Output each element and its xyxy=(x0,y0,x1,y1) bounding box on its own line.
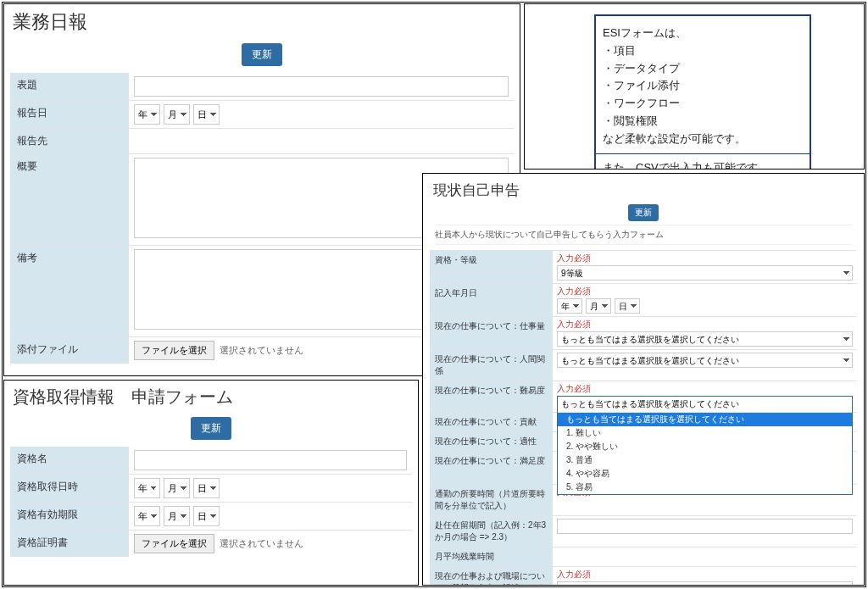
desc-item: ・ワークフロー xyxy=(603,95,803,113)
day-select[interactable]: 日 xyxy=(193,506,220,526)
day-select[interactable]: 日 xyxy=(193,478,220,498)
desc-line1: ESIフォームは、 xyxy=(603,25,803,42)
difficulty-dropdown-open[interactable]: もっとも当てはまる選択肢を選択してください もっとも当てはまる選択肢を選択してく… xyxy=(557,396,853,495)
month-select[interactable]: 月 xyxy=(586,298,611,314)
month-select[interactable]: 月 xyxy=(164,104,190,125)
desc-item: ・データタイプ xyxy=(603,60,803,78)
label-date-obtained: 資格取得日時 xyxy=(10,475,129,503)
dropdown-option[interactable]: 1. 難しい xyxy=(558,426,852,440)
label-work-volume: 現在の仕事について：仕事量 xyxy=(430,317,553,350)
file-choose-button[interactable]: ファイルを選択 xyxy=(134,341,214,360)
work-volume-select[interactable]: もっとも当てはまる選択肢を選択してください xyxy=(557,331,853,347)
label-aptitude: 現在の仕事について：適性 xyxy=(430,432,553,452)
label-overtime: 月平均残業時間 xyxy=(430,547,553,567)
description-box: ESIフォームは、 ・項目 ・データタイプ ・ファイル添付 ・ワークフロー ・閲… xyxy=(594,14,811,169)
month-select[interactable]: 月 xyxy=(164,506,190,526)
year-select[interactable]: 年 xyxy=(134,506,160,526)
residency-input[interactable] xyxy=(557,519,853,534)
label-commute: 通勤の所要時間（片道所要時間を分単位で記入） xyxy=(430,485,553,516)
file-choose-button[interactable]: ファイルを選択 xyxy=(134,534,214,553)
dropdown-option[interactable]: もっとも当てはまる選択肢を選択してください xyxy=(558,413,852,426)
required-label: 入力必須 xyxy=(557,570,853,581)
self-report-panel: 現状自己申告 更新 社員本人から現状について自己申告してもらう入力フォーム 資格… xyxy=(422,173,865,586)
update-button[interactable]: 更新 xyxy=(628,204,659,221)
label-certificate: 資格証明書 xyxy=(10,531,129,558)
label-attachment: 添付ファイル xyxy=(10,337,129,364)
dropdown-option[interactable]: 5. 容易 xyxy=(558,481,852,494)
panel2-title: 資格取得情報 申請フォーム xyxy=(4,381,418,412)
label-contribution: 現在の仕事について：貢献 xyxy=(430,413,553,432)
panel1-title: 業務日報 xyxy=(4,4,520,38)
grade-select[interactable]: 9等級 xyxy=(557,265,853,281)
label-report-date: 報告日 xyxy=(10,101,129,129)
panel2-form: 資格名 資格取得日時 年 月 日 資格有効期限 年 月 日 xyxy=(10,447,412,557)
title-input[interactable] xyxy=(134,76,509,97)
dropdown-option[interactable]: 2. やや難しい xyxy=(558,440,852,453)
label-grade: 資格・等級 xyxy=(430,251,553,284)
update-button[interactable]: 更新 xyxy=(191,417,231,440)
required-label: 入力必須 xyxy=(557,286,853,297)
file-status: 選択されていません xyxy=(220,344,303,357)
required-label: 入力必須 xyxy=(557,320,853,331)
dropdown-option[interactable]: 4. やや容易 xyxy=(558,467,852,481)
wish-textarea[interactable] xyxy=(557,581,853,586)
update-button[interactable]: 更新 xyxy=(242,43,282,66)
required-label: 入力必須 xyxy=(557,253,853,264)
label-satisfaction: 現在の仕事について：満足度 xyxy=(430,452,553,485)
dropdown-header: もっとも当てはまる選択肢を選択してください xyxy=(558,397,852,413)
file-status: 選択されていません xyxy=(220,537,303,550)
relations-select[interactable]: もっとも当てはまる選択肢を選択してください xyxy=(557,353,853,368)
desc-line2: など柔軟な設定が可能です。 xyxy=(603,131,803,148)
label-qual-name: 資格名 xyxy=(10,447,129,475)
label-report-to: 報告先 xyxy=(10,129,129,154)
year-select[interactable]: 年 xyxy=(134,478,160,498)
dropdown-option[interactable]: 3. 普通 xyxy=(558,453,852,467)
label-title: 表題 xyxy=(10,73,129,101)
desc-line3: また、CSVで出入力も可能です xyxy=(603,159,803,169)
label-relations: 現在の仕事について：人間関係 xyxy=(430,350,553,381)
required-label: 入力必須 xyxy=(557,384,853,395)
desc-item: ・ファイル添付 xyxy=(603,77,803,95)
description-panel: ESIフォームは、 ・項目 ・データタイプ ・ファイル添付 ・ワークフロー ・閲… xyxy=(524,3,865,169)
desc-item: ・閲覧権限 xyxy=(603,113,803,131)
month-select[interactable]: 月 xyxy=(164,478,190,498)
day-select[interactable]: 日 xyxy=(193,104,220,125)
qual-name-input[interactable] xyxy=(134,450,407,470)
label-summary: 概要 xyxy=(10,154,129,246)
label-join-date: 記入年月日 xyxy=(430,284,553,317)
panel4-title: 現状自己申告 xyxy=(423,174,864,202)
label-expiry: 資格有効期限 xyxy=(10,503,129,531)
panel4-desc: 社員本人から現状について自己申告してもらう入力フォーム xyxy=(435,225,852,245)
label-difficulty: 現在の仕事について：難易度 xyxy=(430,381,553,413)
year-select[interactable]: 年 xyxy=(134,104,160,125)
label-remarks: 備考 xyxy=(10,246,129,337)
label-wish: 現在の仕事および職場についての希望を自由に記述してください。 xyxy=(430,567,553,586)
qualification-panel: 資格取得情報 申請フォーム 更新 資格名 資格取得日時 年 月 日 資格有効期限… xyxy=(3,380,419,586)
day-select[interactable]: 日 xyxy=(615,298,640,314)
year-select[interactable]: 年 xyxy=(557,298,582,314)
panel4-form: 資格・等級 入力必須 9等級 記入年月日 入力必須 年 月 日 現在の仕事につい… xyxy=(430,250,857,586)
label-residency: 赴任在留期間（記入例：2年3か月の場合 => 2.3） xyxy=(430,516,553,547)
desc-item: ・項目 xyxy=(603,42,803,60)
